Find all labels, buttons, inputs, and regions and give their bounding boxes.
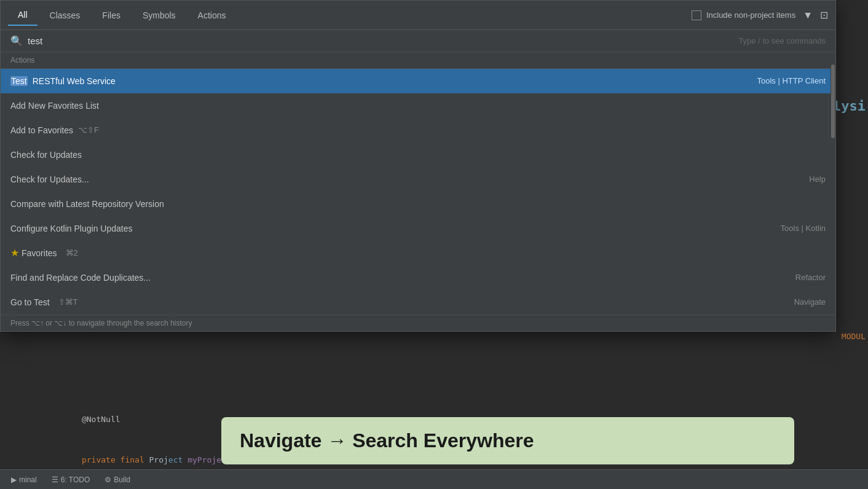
result-item-check-for-updates[interactable]: Check for Updates	[1, 143, 835, 167]
tab-right-controls: Include non-project items ▼ ⊡	[692, 9, 828, 21]
shortcut-tools-kotlin: Tools | Kotlin	[781, 224, 826, 233]
include-non-project-label: Include non-project items	[692, 10, 795, 20]
tab-classes[interactable]: Classes	[40, 6, 90, 25]
result-item-favorites[interactable]: ★ Favorites ⌘2	[1, 241, 835, 265]
bottom-tabs: ▶ minal ☰ 6: TODO ⚙ Build	[0, 469, 868, 489]
tab-bar: All Classes Files Symbols Actions Includ…	[1, 1, 835, 30]
monitor-icon[interactable]: ⊡	[820, 9, 828, 21]
scrollbar[interactable]	[831, 52, 835, 315]
tab-all[interactable]: All	[8, 5, 37, 26]
result-item-add-new-favorites[interactable]: Add New Favorites List	[1, 93, 835, 118]
include-non-project-checkbox[interactable]	[692, 10, 701, 20]
list-icon: ☰	[52, 475, 58, 484]
right-side-text: lysi	[833, 98, 868, 114]
result-item-go-to-test[interactable]: Go to Test ⇧⌘T Navigate	[1, 290, 835, 315]
results-area: Actions Test RESTful Web Service Tools |…	[1, 52, 835, 315]
shortcut-help: Help	[809, 174, 826, 184]
navigate-tooltip-text: Navigate → Search Everywhere	[240, 429, 534, 452]
search-bar: 🔍 Type / to see commands	[1, 30, 835, 52]
tab-files[interactable]: Files	[92, 6, 130, 25]
build-icon: ⚙	[105, 475, 111, 484]
bottom-tab-todo[interactable]: ☰ 6: TODO	[45, 473, 97, 487]
shortcut-tools-http: Tools | HTTP Client	[757, 76, 826, 85]
search-footer: Press ⌥↑ or ⌥↓ to navigate through the s…	[1, 315, 835, 331]
star-icon: ★	[10, 247, 19, 259]
result-item-test-restful[interactable]: Test RESTful Web Service Tools | HTTP Cl…	[1, 69, 835, 93]
bottom-tab-terminal[interactable]: ▶ minal	[5, 473, 43, 487]
modul-text: MODUL	[842, 332, 866, 341]
search-icon: 🔍	[10, 35, 23, 47]
scrollbar-thumb[interactable]	[831, 65, 835, 138]
code-line-annotation: @NotNull	[43, 399, 245, 440]
result-item-kotlin-updates[interactable]: Configure Kotlin Plugin Updates Tools | …	[1, 216, 835, 241]
terminal-icon: ▶	[11, 475, 17, 484]
search-hint: Type / to see commands	[738, 36, 826, 45]
search-dialog: All Classes Files Symbols Actions Includ…	[0, 0, 836, 332]
tab-symbols[interactable]: Symbols	[133, 6, 186, 25]
section-header-actions: Actions	[1, 52, 835, 69]
shortcut-navigate: Navigate	[794, 297, 826, 307]
bottom-tab-build[interactable]: ⚙ Build	[98, 473, 136, 487]
result-item-find-replace-duplicates[interactable]: Find and Replace Code Duplicates... Refa…	[1, 265, 835, 290]
result-item-compare-repo[interactable]: Compare with Latest Repository Version	[1, 192, 835, 216]
filter-icon[interactable]: ▼	[803, 10, 813, 21]
navigate-tooltip: Navigate → Search Everywhere	[221, 417, 794, 464]
search-input[interactable]	[28, 36, 733, 46]
result-label-test-restful: Test RESTful Web Service	[10, 76, 757, 86]
shortcut-refactor: Refactor	[795, 273, 826, 282]
result-item-check-for-updates-ellipsis[interactable]: Check for Updates... Help	[1, 167, 835, 192]
result-highlight: Test	[10, 76, 28, 86]
result-item-add-to-favorites[interactable]: Add to Favorites ⌥⇧F	[1, 118, 835, 143]
tab-actions[interactable]: Actions	[188, 6, 236, 25]
